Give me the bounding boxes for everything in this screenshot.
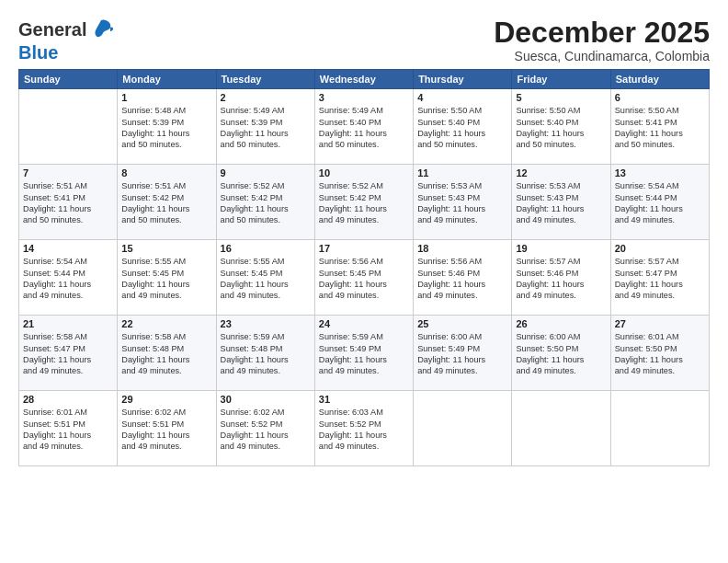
day-info: Sunrise: 5:58 AMSunset: 5:47 PMDaylight:…: [23, 331, 113, 377]
logo-bird-icon: [88, 17, 114, 42]
day-info: Sunrise: 5:56 AMSunset: 5:45 PMDaylight:…: [319, 256, 409, 302]
calendar-cell: 30Sunrise: 6:02 AMSunset: 5:52 PMDayligh…: [216, 391, 314, 466]
calendar-cell: 28Sunrise: 6:01 AMSunset: 5:51 PMDayligh…: [19, 391, 118, 466]
day-info: Sunrise: 6:01 AMSunset: 5:50 PMDaylight:…: [615, 331, 705, 377]
calendar-week-2: 7Sunrise: 5:51 AMSunset: 5:41 PMDaylight…: [19, 165, 710, 240]
calendar-cell: [512, 391, 610, 466]
calendar-cell: 11Sunrise: 5:53 AMSunset: 5:43 PMDayligh…: [414, 165, 512, 240]
day-info: Sunrise: 5:55 AMSunset: 5:45 PMDaylight:…: [121, 256, 211, 302]
subtitle: Suesca, Cundinamarca, Colombia: [494, 49, 710, 63]
calendar-header-row: Sunday Monday Tuesday Wednesday Thursday…: [19, 70, 710, 89]
day-info: Sunrise: 5:52 AMSunset: 5:42 PMDaylight:…: [319, 180, 409, 226]
col-sunday: Sunday: [19, 70, 118, 89]
day-info: Sunrise: 5:57 AMSunset: 5:47 PMDaylight:…: [615, 256, 705, 302]
day-number: 23: [221, 318, 311, 329]
day-number: 13: [615, 167, 705, 178]
day-info: Sunrise: 5:58 AMSunset: 5:48 PMDaylight:…: [121, 331, 211, 377]
day-info: Sunrise: 6:03 AMSunset: 5:52 PMDaylight:…: [319, 407, 409, 453]
day-number: 10: [319, 167, 409, 178]
calendar-table: Sunday Monday Tuesday Wednesday Thursday…: [18, 69, 710, 466]
calendar-cell: 13Sunrise: 5:54 AMSunset: 5:44 PMDayligh…: [610, 165, 709, 240]
calendar-cell: 20Sunrise: 5:57 AMSunset: 5:47 PMDayligh…: [610, 240, 709, 316]
calendar-cell: 29Sunrise: 6:02 AMSunset: 5:51 PMDayligh…: [118, 391, 216, 466]
logo: General Blue: [18, 17, 114, 63]
calendar-cell: 25Sunrise: 6:00 AMSunset: 5:49 PMDayligh…: [414, 316, 512, 391]
main-title: December 2025: [494, 17, 710, 49]
calendar-cell: 3Sunrise: 5:49 AMSunset: 5:40 PMDaylight…: [314, 89, 413, 165]
col-saturday: Saturday: [610, 70, 709, 89]
day-number: 27: [615, 318, 705, 329]
logo-general: General: [18, 19, 86, 40]
calendar-cell: 12Sunrise: 5:53 AMSunset: 5:43 PMDayligh…: [512, 165, 610, 240]
calendar-cell: 21Sunrise: 5:58 AMSunset: 5:47 PMDayligh…: [19, 316, 118, 391]
calendar-cell: 7Sunrise: 5:51 AMSunset: 5:41 PMDaylight…: [19, 165, 118, 240]
day-info: Sunrise: 5:49 AMSunset: 5:39 PMDaylight:…: [221, 105, 311, 151]
day-number: 5: [516, 92, 606, 103]
title-block: December 2025 Suesca, Cundinamarca, Colo…: [494, 17, 710, 63]
day-info: Sunrise: 5:54 AMSunset: 5:44 PMDaylight:…: [615, 180, 705, 226]
day-info: Sunrise: 5:57 AMSunset: 5:46 PMDaylight:…: [516, 256, 606, 302]
day-number: 29: [121, 394, 211, 405]
day-number: 31: [319, 394, 409, 405]
col-friday: Friday: [512, 70, 610, 89]
calendar-cell: 4Sunrise: 5:50 AMSunset: 5:40 PMDaylight…: [414, 89, 512, 165]
calendar-cell: 31Sunrise: 6:03 AMSunset: 5:52 PMDayligh…: [314, 391, 413, 466]
calendar-cell: 19Sunrise: 5:57 AMSunset: 5:46 PMDayligh…: [512, 240, 610, 316]
day-number: 6: [615, 92, 705, 103]
logo-blue: Blue: [18, 42, 58, 63]
day-number: 11: [417, 167, 507, 178]
day-info: Sunrise: 6:00 AMSunset: 5:49 PMDaylight:…: [417, 331, 507, 377]
day-info: Sunrise: 6:00 AMSunset: 5:50 PMDaylight:…: [516, 331, 606, 377]
header: General Blue December 2025 Suesca, Cundi…: [18, 17, 710, 63]
day-info: Sunrise: 6:02 AMSunset: 5:52 PMDaylight:…: [221, 407, 311, 453]
calendar-week-1: 1Sunrise: 5:48 AMSunset: 5:39 PMDaylight…: [19, 89, 710, 165]
calendar-cell: 9Sunrise: 5:52 AMSunset: 5:42 PMDaylight…: [216, 165, 314, 240]
day-number: 4: [417, 92, 507, 103]
calendar-cell: 8Sunrise: 5:51 AMSunset: 5:42 PMDaylight…: [118, 165, 216, 240]
calendar-cell: 23Sunrise: 5:59 AMSunset: 5:48 PMDayligh…: [216, 316, 314, 391]
day-number: 22: [121, 318, 211, 329]
day-info: Sunrise: 5:56 AMSunset: 5:46 PMDaylight:…: [417, 256, 507, 302]
calendar-cell: 26Sunrise: 6:00 AMSunset: 5:50 PMDayligh…: [512, 316, 610, 391]
calendar-cell: 6Sunrise: 5:50 AMSunset: 5:41 PMDaylight…: [610, 89, 709, 165]
day-info: Sunrise: 6:02 AMSunset: 5:51 PMDaylight:…: [121, 407, 211, 453]
day-info: Sunrise: 5:59 AMSunset: 5:48 PMDaylight:…: [221, 331, 311, 377]
day-info: Sunrise: 6:01 AMSunset: 5:51 PMDaylight:…: [23, 407, 113, 453]
day-number: 24: [319, 318, 409, 329]
day-info: Sunrise: 5:48 AMSunset: 5:39 PMDaylight:…: [121, 105, 211, 151]
day-info: Sunrise: 5:52 AMSunset: 5:42 PMDaylight:…: [221, 180, 311, 226]
day-info: Sunrise: 5:51 AMSunset: 5:42 PMDaylight:…: [121, 180, 211, 226]
day-info: Sunrise: 5:53 AMSunset: 5:43 PMDaylight:…: [417, 180, 507, 226]
calendar-cell: 14Sunrise: 5:54 AMSunset: 5:44 PMDayligh…: [19, 240, 118, 316]
day-info: Sunrise: 5:55 AMSunset: 5:45 PMDaylight:…: [221, 256, 311, 302]
day-number: 16: [221, 243, 311, 254]
calendar-cell: 18Sunrise: 5:56 AMSunset: 5:46 PMDayligh…: [414, 240, 512, 316]
day-number: 14: [23, 243, 113, 254]
day-number: 18: [417, 243, 507, 254]
day-number: 9: [221, 167, 311, 178]
day-number: 17: [319, 243, 409, 254]
day-number: 20: [615, 243, 705, 254]
calendar-cell: [414, 391, 512, 466]
day-number: 8: [121, 167, 211, 178]
day-number: 30: [221, 394, 311, 405]
calendar-cell: 2Sunrise: 5:49 AMSunset: 5:39 PMDaylight…: [216, 89, 314, 165]
day-info: Sunrise: 5:49 AMSunset: 5:40 PMDaylight:…: [319, 105, 409, 151]
day-number: 26: [516, 318, 606, 329]
day-number: 1: [121, 92, 211, 103]
calendar-cell: 27Sunrise: 6:01 AMSunset: 5:50 PMDayligh…: [610, 316, 709, 391]
day-number: 15: [121, 243, 211, 254]
calendar-cell: 1Sunrise: 5:48 AMSunset: 5:39 PMDaylight…: [118, 89, 216, 165]
day-number: 21: [23, 318, 113, 329]
calendar-cell: 16Sunrise: 5:55 AMSunset: 5:45 PMDayligh…: [216, 240, 314, 316]
calendar-week-3: 14Sunrise: 5:54 AMSunset: 5:44 PMDayligh…: [19, 240, 710, 316]
page: General Blue December 2025 Suesca, Cundi…: [0, 0, 728, 563]
day-number: 7: [23, 167, 113, 178]
calendar-cell: [19, 89, 118, 165]
day-info: Sunrise: 5:50 AMSunset: 5:40 PMDaylight:…: [516, 105, 606, 151]
calendar-week-5: 28Sunrise: 6:01 AMSunset: 5:51 PMDayligh…: [19, 391, 710, 466]
calendar-cell: 15Sunrise: 5:55 AMSunset: 5:45 PMDayligh…: [118, 240, 216, 316]
calendar-cell: 22Sunrise: 5:58 AMSunset: 5:48 PMDayligh…: [118, 316, 216, 391]
calendar-cell: 17Sunrise: 5:56 AMSunset: 5:45 PMDayligh…: [314, 240, 413, 316]
calendar-cell: 10Sunrise: 5:52 AMSunset: 5:42 PMDayligh…: [314, 165, 413, 240]
